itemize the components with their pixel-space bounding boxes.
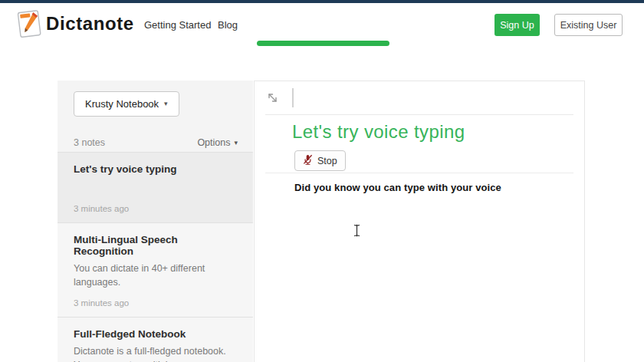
note-list-item[interactable]: Let's try voice typing 3 minutes ago: [58, 152, 253, 222]
site-header: Dictanote Getting Started Blog Sign Up E…: [0, 3, 644, 44]
notebook-selector-label: Krusty Notebook: [85, 98, 159, 110]
onboarding-progress-bar: [257, 41, 389, 46]
note-editor-panel: Let's try voice typing Stop Did you know…: [254, 81, 585, 362]
stop-button-label: Stop: [317, 156, 337, 166]
note-list-item[interactable]: Multi-Lingual Speech Recognition You can…: [58, 222, 253, 317]
brand-name[interactable]: Dictanote: [46, 13, 134, 35]
options-label: Options: [197, 137, 230, 148]
toolbar-separator: [292, 88, 294, 107]
expand-fullscreen-icon[interactable]: [263, 89, 281, 107]
stop-dictation-button[interactable]: Stop: [294, 150, 346, 171]
note-title-heading: Let's try voice typing: [292, 121, 465, 143]
sidebar-meta-row: 3 notes Options ▾: [58, 134, 253, 151]
note-list: Let's try voice typing 3 minutes ago Mul…: [58, 152, 253, 362]
chevron-down-icon: ▾: [234, 140, 238, 146]
app-window: Dictanote Getting Started Blog Sign Up E…: [0, 0, 644, 362]
notes-count: 3 notes: [74, 137, 105, 148]
note-item-spacer: [74, 175, 239, 204]
dictanote-logo-icon: [15, 7, 44, 39]
microphone-muted-icon: [303, 154, 313, 167]
note-item-title: Multi-Lingual Speech Recognition: [74, 234, 239, 257]
text-cursor-ibeam: [353, 224, 360, 240]
chevron-down-icon: ▾: [164, 100, 168, 107]
note-body-text[interactable]: Did you know you can type with your voic…: [294, 182, 501, 193]
note-item-snippet: Dictanote is a full-fledged notebook. Yo…: [74, 344, 235, 362]
editor-toolbar: [255, 81, 584, 114]
notes-sidebar: Krusty Notebook ▾ 3 notes Options ▾ Let'…: [58, 81, 253, 362]
note-list-item[interactable]: Full-Fledged Notebook Dictanote is a ful…: [58, 317, 253, 362]
options-dropdown[interactable]: Options ▾: [197, 137, 238, 148]
note-item-title: Full-Fledged Notebook: [74, 328, 239, 340]
nav-getting-started[interactable]: Getting Started: [144, 19, 211, 31]
sign-up-button[interactable]: Sign Up: [495, 14, 540, 36]
existing-user-button[interactable]: Existing User: [554, 14, 623, 36]
nav-blog[interactable]: Blog: [218, 19, 238, 31]
note-header-divider: [265, 173, 573, 173]
note-item-snippet: You can dictate in 40+ different languag…: [74, 262, 235, 289]
toolbar-divider: [265, 114, 573, 115]
note-item-timestamp: 3 minutes ago: [74, 204, 239, 213]
note-item-timestamp: 3 minutes ago: [74, 298, 239, 308]
notebook-selector-dropdown[interactable]: Krusty Notebook ▾: [74, 91, 179, 117]
note-item-title: Let's try voice typing: [74, 163, 239, 175]
